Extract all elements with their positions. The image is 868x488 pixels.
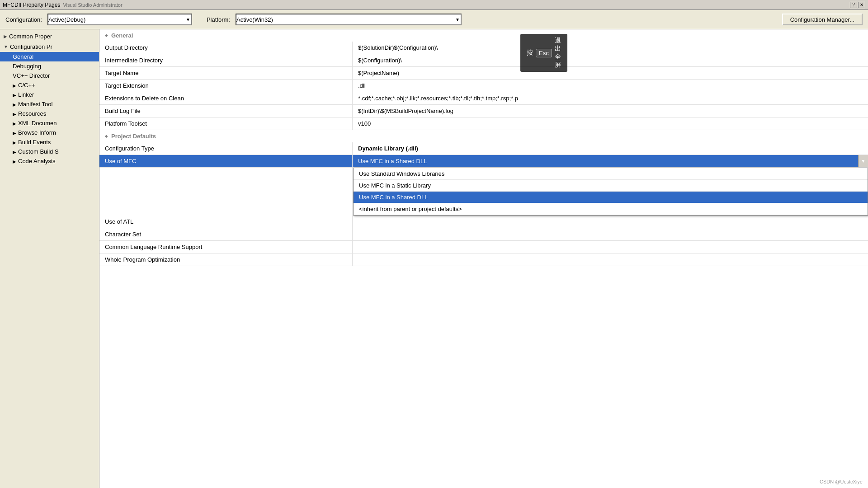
prop-value-clr-support [353, 241, 868, 253]
prop-value-intermediate-directory: $(Configuration)\ [353, 54, 868, 66]
configuration-select[interactable]: Active(Debug) Debug Release [47, 14, 192, 25]
config-label: Configuration: [5, 16, 42, 23]
esc-key-badge: Esc [536, 49, 552, 57]
prop-row-clr-support[interactable]: Common Language Runtime Support [99, 241, 868, 253]
prop-value-text-target-extension: .dll [358, 82, 366, 89]
config-manager-button[interactable]: Configuration Manager... [782, 14, 863, 25]
prop-name-configuration-type: Configuration Type [99, 142, 353, 155]
prop-name-target-name: Target Name [99, 67, 353, 79]
sidebar-label: Common Proper [9, 33, 52, 40]
sidebar-item-linker[interactable]: ▶Linker [0, 90, 99, 99]
sidebar-item-manifest-tool[interactable]: ▶Manifest Tool [0, 99, 99, 109]
sidebar-item-vc-directories[interactable]: VC++ Director [0, 71, 99, 80]
prop-row-target-name[interactable]: Target Name$(ProjectName) [99, 67, 868, 80]
prop-value-text-intermediate-directory: $(Configuration)\ [358, 57, 402, 64]
main-window: Configuration: Active(Debug) Debug Relea… [0, 10, 868, 488]
prop-name-build-log-file: Build Log File [99, 105, 353, 117]
platform-area: Active(Win32) Win32 x64 ▼ 按 Esc 退出全屏 [236, 14, 462, 25]
sidebar-item-debugging[interactable]: Debugging [0, 61, 99, 71]
watermark: CSDN @UestcXiye [820, 479, 863, 484]
sidebar-item-general[interactable]: General [0, 52, 99, 61]
prop-value-text-output-directory: $(SolutionDir)$(Configuration)\ [358, 44, 438, 51]
prop-value-text-build-log-file: $(IntDir)\$(MSBuildProjectName).log [358, 108, 453, 114]
expand-arrow-icon: ▶ [13, 159, 16, 164]
prop-value-use-of-mfc[interactable]: Use MFC in a Shared DLL▼ [353, 155, 868, 167]
prop-row-intermediate-directory[interactable]: Intermediate Directory$(Configuration)\ [99, 54, 868, 67]
close-button[interactable]: ✕ [858, 2, 865, 8]
sidebar-item-cpp[interactable]: ▶C/C++ [0, 80, 99, 90]
sidebar-label: Configuration Pr [10, 43, 52, 50]
prop-name-clr-support: Common Language Runtime Support [99, 241, 353, 253]
platform-select[interactable]: Active(Win32) Win32 x64 [236, 14, 462, 25]
prop-name-character-set: Character Set [99, 228, 353, 240]
platform-select-wrapper: Active(Win32) Win32 x64 ▼ [236, 14, 462, 25]
prop-value-text-configuration-type: Dynamic Library (.dll) [358, 145, 418, 152]
prop-value-configuration-type: Dynamic Library (.dll) [353, 142, 868, 155]
expand-arrow-icon: ▶ [13, 140, 16, 145]
expand-arrow-icon: ▶ [13, 131, 16, 136]
sidebar-item-xml-document[interactable]: ▶XML Documen [0, 118, 99, 128]
prop-name-extensions-delete: Extensions to Delete on Clean [99, 92, 353, 104]
prop-name-platform-toolset: Platform Toolset [99, 117, 353, 130]
sidebar-item-browse-information[interactable]: ▶Browse Inform [0, 128, 99, 137]
expand-arrow-icon: ▶ [13, 102, 16, 107]
dropdown-option-use-standard[interactable]: Use Standard Windows Libraries [354, 168, 868, 180]
dropdown-option-use-shared[interactable]: Use MFC in a Shared DLL [354, 192, 868, 203]
prop-value-platform-toolset: v100 [353, 117, 868, 130]
top-bar: Configuration: Active(Debug) Debug Relea… [0, 10, 868, 29]
prop-row-build-log-file[interactable]: Build Log File$(IntDir)\$(MSBuildProject… [99, 105, 868, 117]
prop-name-intermediate-directory: Intermediate Directory [99, 54, 353, 66]
escape-prefix: 按 [527, 49, 533, 57]
expand-arrow-icon: ▶ [13, 150, 16, 155]
dropdown-arrow-icon[interactable]: ▼ [858, 155, 868, 167]
prop-value-build-log-file: $(IntDir)\$(MSBuildProjectName).log [353, 105, 868, 117]
main-panel: GeneralOutput Directory$(SolutionDir)$(C… [99, 29, 868, 488]
sidebar-item-configuration-properties[interactable]: ▼Configuration Pr [0, 42, 99, 52]
prop-name-use-of-atl: Use of ATL [99, 216, 353, 228]
section-label-general: General [111, 32, 133, 39]
tree-arrow-icon: ▶ [4, 34, 7, 39]
title-bar-right: ? ✕ [850, 2, 865, 8]
prop-row-use-of-atl[interactable]: Use of ATL [99, 216, 868, 228]
prop-value-whole-program [353, 253, 868, 266]
content-area: ▶Common Proper▼Configuration PrGeneralDe… [0, 29, 868, 488]
sidebar-item-build-events[interactable]: ▶Build Events [0, 137, 99, 147]
dropdown-list: Use Standard Windows LibrariesUse MFC in… [353, 168, 868, 216]
prop-name-whole-program: Whole Program Optimization [99, 253, 353, 266]
prop-row-use-of-mfc[interactable]: Use of MFCUse MFC in a Shared DLL▼ [99, 155, 868, 168]
sidebar: ▶Common Proper▼Configuration PrGeneralDe… [0, 29, 99, 488]
title-bar: MFCDII Property Pages Visual Studio Admi… [0, 0, 868, 10]
prop-name-use-of-mfc: Use of MFC [99, 155, 353, 167]
dropdown-option-use-static[interactable]: Use MFC in a Static Library [354, 180, 868, 192]
prop-value-use-of-atl [353, 216, 868, 228]
prop-row-platform-toolset[interactable]: Platform Toolsetv100 [99, 117, 868, 130]
sidebar-item-resources[interactable]: ▶Resources [0, 109, 99, 118]
prop-value-text-extensions-delete: *.cdf;*.cache;*.obj;*.ilk;*.resources;*.… [358, 95, 518, 102]
prop-name-target-extension: Target Extension [99, 80, 353, 92]
prop-row-character-set[interactable]: Character Set [99, 228, 868, 241]
exit-fullscreen-text: 退出全屏 [555, 37, 561, 69]
prop-value-output-directory: $(SolutionDir)$(Configuration)\ [353, 42, 868, 54]
prop-row-output-directory[interactable]: Output Directory$(SolutionDir)$(Configur… [99, 42, 868, 54]
config-select-wrapper: Active(Debug) Debug Release ▼ [47, 14, 192, 25]
prop-row-configuration-type[interactable]: Configuration TypeDynamic Library (.dll) [99, 142, 868, 155]
help-button[interactable]: ? [850, 2, 857, 8]
prop-value-character-set [353, 228, 868, 240]
prop-row-target-extension[interactable]: Target Extension.dll [99, 80, 868, 92]
prop-value-target-extension: .dll [353, 80, 868, 92]
sidebar-item-code-analysis[interactable]: ▶Code Analysis [0, 156, 99, 166]
expand-arrow-icon: ▶ [13, 93, 16, 98]
escape-overlay: 按 Esc 退出全屏 [520, 34, 567, 72]
prop-row-extensions-delete[interactable]: Extensions to Delete on Clean*.cdf;*.cac… [99, 92, 868, 105]
expand-arrow-icon: ▶ [13, 121, 16, 126]
prop-value-text-platform-toolset: v100 [358, 120, 371, 127]
prop-row-whole-program[interactable]: Whole Program Optimization [99, 253, 868, 266]
dropdown-option-inherit[interactable]: <inherit from parent or project defaults… [354, 203, 868, 215]
sidebar-item-custom-build[interactable]: ▶Custom Build S [0, 147, 99, 156]
prop-value-text-use-of-mfc: Use MFC in a Shared DLL [358, 158, 427, 164]
section-header-project-defaults: Project Defaults [99, 130, 868, 142]
expand-arrow-icon: ▶ [13, 83, 16, 88]
property-grid: GeneralOutput Directory$(SolutionDir)$(C… [99, 29, 868, 488]
app-subtitle: Visual Studio Administrator [63, 2, 122, 8]
sidebar-item-common-properties[interactable]: ▶Common Proper [0, 31, 99, 42]
